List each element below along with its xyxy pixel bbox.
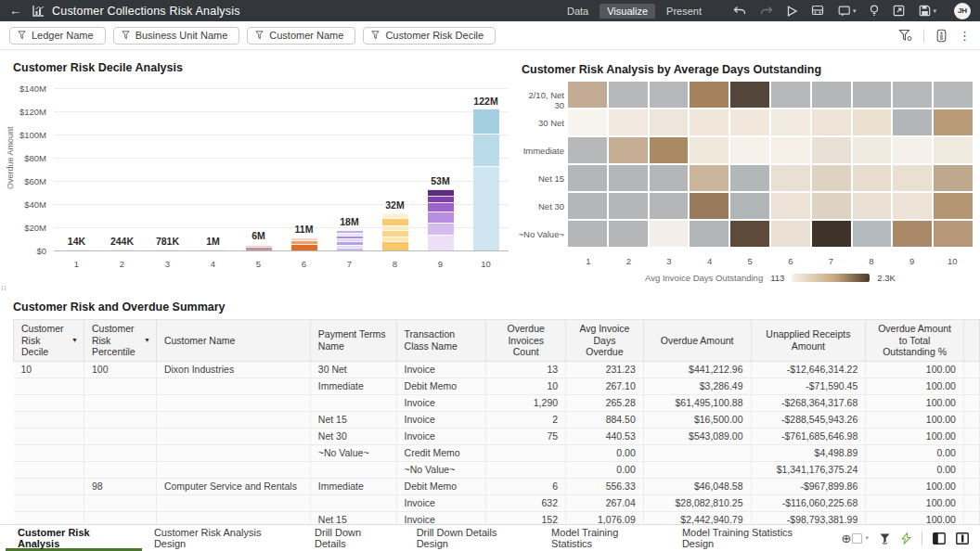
heat-cell-~No Value~-4[interactable] [690, 221, 729, 247]
heat-cell-Immediate-7[interactable] [812, 137, 851, 163]
heat-cell-Immediate-4[interactable] [690, 137, 729, 163]
back-icon[interactable]: ← [9, 4, 21, 18]
heat-cell-30 Net-4[interactable] [690, 109, 729, 135]
heat-cell-Immediate-6[interactable] [771, 137, 810, 163]
heat-cell-Immediate-1[interactable] [568, 137, 607, 163]
bar-decile-4[interactable] [200, 250, 226, 250]
sort-icon[interactable]: ▼ [144, 337, 150, 344]
canvas-tab-drill-down-details[interactable]: Drill Down Details [303, 525, 405, 551]
canvas-tab-drill-down-details-design[interactable]: Drill Down Details Design [405, 525, 539, 551]
heat-cell-Net 30-3[interactable] [650, 193, 689, 219]
canvas-layout-icon[interactable]: ▾ [851, 532, 869, 545]
insights-icon[interactable] [870, 5, 879, 17]
refresh-data-icon[interactable] [811, 5, 824, 17]
auto-apply-icon[interactable] [901, 532, 911, 545]
heat-cell-2/10, Net 30-7[interactable] [812, 82, 851, 108]
heat-cell-2/10, Net 30-8[interactable] [853, 82, 892, 108]
heat-cell-30 Net-10[interactable] [934, 109, 973, 135]
heat-cell-Net 15-5[interactable] [730, 165, 769, 191]
heat-cell-30 Net-5[interactable] [730, 109, 769, 135]
user-avatar[interactable]: JH [954, 3, 971, 19]
column-header-spacer[interactable] [963, 320, 979, 362]
heat-cell-Net 15-8[interactable] [853, 165, 892, 191]
add-canvas-icon[interactable]: ⊕ [842, 532, 852, 545]
preview-icon[interactable] [787, 6, 797, 17]
heat-cell-~No Value~-2[interactable] [609, 221, 648, 247]
bar-decile-5[interactable] [246, 244, 272, 251]
redo-icon[interactable] [760, 6, 773, 17]
canvas-tab-model-training-statistics[interactable]: Model Training Statistics [539, 525, 670, 551]
column-header-overdue-invoices-count[interactable]: Overdue Invoices Count [486, 320, 566, 362]
canvas-tab-customer-risk-analysis-design[interactable]: Customer Risk Analysis Design [142, 525, 303, 551]
column-header-payment-terms-name[interactable]: Payment Terms Name [310, 320, 396, 362]
heat-cell-2/10, Net 30-6[interactable] [771, 82, 810, 108]
heat-cell-2/10, Net 30-9[interactable] [893, 82, 932, 108]
heat-cell-Net 15-3[interactable] [650, 165, 689, 191]
mode-tab-visualize[interactable]: Visualize [600, 4, 655, 19]
heat-cell-Net 30-6[interactable] [771, 193, 810, 219]
heat-cell-30 Net-3[interactable] [650, 109, 689, 135]
column-header-overdue-amount[interactable]: Overdue Amount [643, 320, 751, 362]
heat-cell-Net 30-5[interactable] [730, 193, 769, 219]
filter-chip-business-unit-name[interactable]: Business Unit Name [113, 27, 240, 45]
heat-cell-2/10, Net 30-4[interactable] [690, 82, 729, 108]
heat-cell-Immediate-3[interactable] [650, 137, 689, 163]
heat-cell-Net 30-4[interactable] [690, 193, 729, 219]
bar-decile-8[interactable] [382, 213, 408, 250]
right-pane-toggle-icon[interactable] [956, 532, 969, 545]
heat-cell-~No Value~-10[interactable] [934, 221, 973, 247]
heat-cell-2/10, Net 30-5[interactable] [730, 82, 769, 108]
heat-cell-30 Net-9[interactable] [893, 109, 932, 135]
heat-cell-30 Net-6[interactable] [771, 109, 810, 135]
heat-cell-Net 30-2[interactable] [609, 193, 648, 219]
column-header-transaction-class-name[interactable]: Transaction Class Name [396, 320, 486, 362]
heat-cell-2/10, Net 30-3[interactable] [650, 82, 689, 108]
heat-cell-Net 15-10[interactable] [934, 165, 973, 191]
heat-cell-Net 30-7[interactable] [812, 193, 851, 219]
heat-cell-Net 30-9[interactable] [893, 193, 932, 219]
heat-cell-~No Value~-1[interactable] [568, 221, 607, 247]
bar-decile-1[interactable] [64, 250, 90, 250]
canvas-tab-model-training-statistics-design[interactable]: Model Training Statistics Design [670, 525, 834, 551]
heat-cell-Net 30-1[interactable] [568, 193, 607, 219]
heat-cell-2/10, Net 30-10[interactable] [934, 82, 973, 108]
canvas-tab-customer-risk-analysis[interactable]: Customer Risk Analysis [6, 525, 142, 551]
add-filter-icon[interactable] [898, 29, 912, 42]
heat-cell-~No Value~-3[interactable] [650, 221, 689, 247]
heat-cell-Net 15-9[interactable] [893, 165, 932, 191]
bar-decile-10[interactable] [473, 109, 499, 251]
heat-cell-2/10, Net 30-2[interactable] [609, 82, 648, 108]
heat-cell-Net 15-2[interactable] [609, 165, 648, 191]
heat-cell-Net 15-7[interactable] [812, 165, 851, 191]
drag-handle-icon[interactable]: ⁞⁞ [1, 287, 6, 290]
save-icon[interactable]: ▾ [919, 5, 936, 17]
export-icon[interactable] [893, 5, 905, 17]
mode-tab-data[interactable]: Data [560, 4, 596, 19]
heat-cell-~No Value~-8[interactable] [853, 221, 892, 247]
canvas-settings-icon[interactable] [935, 29, 948, 43]
filter-chip-ledger-name[interactable]: Ledger Name [9, 27, 106, 45]
heat-cell-30 Net-7[interactable] [812, 109, 851, 135]
heat-cell-30 Net-8[interactable] [853, 109, 892, 135]
heat-cell-~No Value~-6[interactable] [771, 221, 810, 247]
heat-cell-Net 15-6[interactable] [771, 165, 810, 191]
comments-icon[interactable]: ▾ [838, 6, 857, 17]
sort-icon[interactable]: ▼ [71, 337, 78, 344]
heat-cell-~No Value~-5[interactable] [730, 221, 769, 247]
bar-decile-6[interactable] [291, 237, 317, 250]
column-header-customer-risk-decile[interactable]: Customer Risk Decile▼ [14, 320, 84, 362]
heat-cell-30 Net-2[interactable] [609, 109, 648, 135]
heat-cell-Net 30-10[interactable] [934, 193, 973, 219]
bar-decile-3[interactable] [155, 250, 181, 250]
mode-tab-present[interactable]: Present [659, 4, 709, 19]
bar-decile-2[interactable] [110, 250, 135, 250]
column-header-overdue-amount-to-total-outstanding-[interactable]: Overdue Amount to Total Outstanding % [866, 320, 964, 362]
heat-cell-~No Value~-9[interactable] [893, 221, 932, 247]
heat-cell-2/10, Net 30-1[interactable] [568, 82, 607, 108]
heat-cell-Net 15-4[interactable] [690, 165, 729, 191]
panel-splitter[interactable]: ⁞⁞ [0, 287, 980, 296]
heat-cell-Immediate-8[interactable] [853, 137, 892, 163]
more-options-icon[interactable]: ⋮ [959, 29, 971, 43]
column-header-customer-risk-percentile[interactable]: Customer Risk Percentile▼ [84, 320, 156, 362]
heat-cell-Immediate-5[interactable] [730, 137, 769, 163]
